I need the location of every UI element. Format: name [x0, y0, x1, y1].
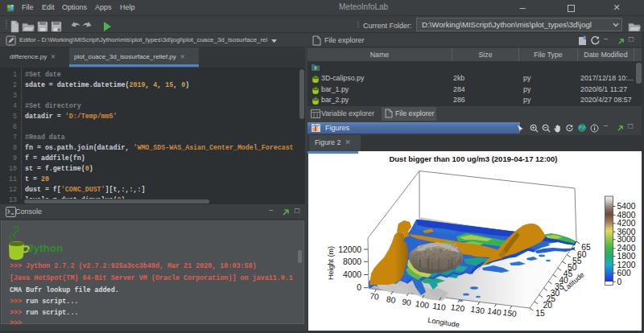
svg-text:0: 0 [617, 278, 622, 286]
svg-text:0: 0 [357, 283, 361, 292]
svg-text:8000: 8000 [343, 257, 361, 266]
svg-text:3000: 3000 [617, 235, 636, 244]
svg-text:80: 80 [386, 294, 396, 305]
svg-text:Jython: Jython [27, 242, 63, 254]
svg-text:70: 70 [369, 291, 380, 302]
svg-text:4000: 4000 [343, 270, 361, 279]
svg-text:150: 150 [502, 308, 518, 319]
svg-text:Height (m): Height (m) [327, 246, 335, 280]
svg-text:15: 15 [535, 309, 545, 318]
svg-text:110: 110 [432, 302, 447, 312]
svg-text:Dust bigger than 100 ug/m3 (20: Dust bigger than 100 ug/m3 (2019-04-17 1… [389, 154, 557, 163]
svg-text:90: 90 [402, 298, 412, 308]
svg-text:5400: 5400 [617, 202, 636, 211]
svg-text:130: 130 [470, 305, 485, 315]
svg-text:12000: 12000 [338, 245, 361, 254]
svg-text:65: 65 [581, 243, 591, 252]
svg-text:4800: 4800 [617, 211, 636, 220]
svg-text:600: 600 [617, 269, 631, 278]
svg-text:100: 100 [415, 299, 430, 310]
svg-text:Longitude: Longitude [427, 316, 460, 329]
svg-text:1800: 1800 [617, 252, 636, 261]
svg-text:4200: 4200 [617, 219, 636, 228]
svg-text:140: 140 [487, 306, 502, 317]
svg-text:120: 120 [450, 302, 465, 313]
svg-text:1200: 1200 [617, 261, 636, 269]
